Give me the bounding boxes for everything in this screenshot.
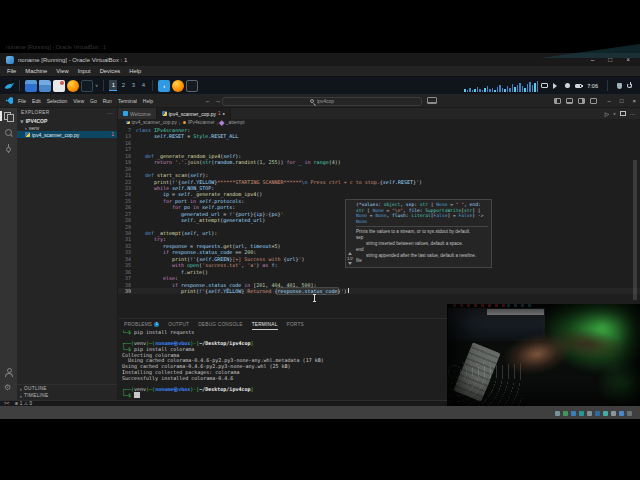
- panel-tab-ports[interactable]: PORTS: [287, 319, 304, 330]
- layout-control-icon[interactable]: [427, 97, 437, 104]
- graph-bar: [514, 87, 516, 92]
- toggle-secondary-sidebar-icon[interactable]: [578, 98, 585, 104]
- account-button[interactable]: [0, 364, 17, 380]
- activity-explorer-button[interactable]: [0, 108, 17, 124]
- text-editor-icon[interactable]: [53, 80, 65, 92]
- launcher-dropdown-caret-icon[interactable]: ∨: [95, 83, 98, 88]
- vbox-status-icon[interactable]: [627, 411, 632, 416]
- panel-tab-terminal[interactable]: TERMINAL: [252, 319, 278, 330]
- folder-icon[interactable]: [39, 80, 51, 92]
- run-python-file-icon[interactable]: ▷: [605, 111, 609, 117]
- code-token: =: [169, 191, 178, 197]
- tab-ipv4-scanner-cop-py[interactable]: ipv4_scanner_cop.py1●: [157, 108, 231, 119]
- network-activity-graph: [464, 80, 536, 92]
- workspace-2[interactable]: 2: [119, 80, 127, 91]
- vscode-taskbar-icon[interactable]: ‹: [158, 80, 170, 92]
- panel-tab-problems[interactable]: PROBLEMS1: [124, 319, 159, 330]
- vbox-status-icon[interactable]: [595, 411, 600, 416]
- vscode-restore-button[interactable]: □: [620, 98, 624, 104]
- toggle-panel-icon[interactable]: [566, 98, 573, 104]
- graph-bar: [482, 90, 484, 92]
- section-timeline[interactable]: ›TIMELINE: [17, 392, 117, 399]
- shield-icon[interactable]: [617, 83, 622, 89]
- run-dropdown-caret-icon[interactable]: ∨: [613, 111, 616, 116]
- clock[interactable]: 7:06: [587, 83, 598, 89]
- notifications-bell-icon[interactable]: [565, 83, 570, 88]
- code-token: url: [286, 256, 295, 262]
- vscode-menu-help[interactable]: Help: [143, 98, 153, 104]
- pager-down-icon[interactable]: [348, 262, 352, 265]
- vscode-menu-run[interactable]: Run: [103, 98, 112, 104]
- power-icon[interactable]: [627, 83, 632, 88]
- code-token: =: [220, 211, 229, 217]
- activity-source-control-button[interactable]: [0, 140, 17, 156]
- toggle-sidebar-icon[interactable]: [554, 98, 561, 104]
- workspace-4[interactable]: 4: [139, 80, 147, 91]
- firefox-taskbar-icon[interactable]: [172, 80, 184, 92]
- explorer-more-actions-icon[interactable]: ···: [107, 110, 113, 116]
- vbox-menu-input[interactable]: Input: [78, 68, 91, 74]
- command-center[interactable]: ipv4cop: [222, 97, 422, 106]
- more-actions-icon[interactable]: ···: [630, 111, 635, 117]
- signature-token: sep: [406, 202, 414, 207]
- panel-tab-output[interactable]: OUTPUT: [168, 319, 189, 330]
- vbox-menu-view[interactable]: View: [56, 68, 68, 74]
- graph-bar: [472, 90, 474, 92]
- kali-logo-icon[interactable]: [4, 80, 15, 91]
- section-outline[interactable]: ›OUTLINE: [17, 385, 117, 392]
- vscode-menu-edit[interactable]: Edit: [32, 98, 41, 104]
- vbox-status-icon[interactable]: [563, 411, 568, 416]
- workspace-1[interactable]: 1: [109, 80, 117, 91]
- graph-bar: [502, 88, 504, 92]
- terminal-launcher-icon[interactable]: [81, 80, 93, 92]
- vscode-menu-view[interactable]: View: [73, 98, 84, 104]
- customize-layout-icon[interactable]: [590, 98, 597, 104]
- explorer-item-ipv4-scanner-cop-py[interactable]: ipv4_scanner_cop.py1: [17, 131, 117, 138]
- vbox-status-icon[interactable]: [619, 411, 624, 416]
- pager-up-icon[interactable]: [348, 252, 352, 255]
- vbox-menu-machine[interactable]: Machine: [25, 68, 47, 74]
- battery-icon[interactable]: [575, 84, 582, 88]
- display-icon[interactable]: [541, 83, 548, 88]
- nav-back-icon[interactable]: ←: [205, 98, 211, 104]
- vscode-menu-go[interactable]: Go: [90, 98, 97, 104]
- code-token: self: [202, 204, 214, 210]
- explorer-item-venv[interactable]: ›venv: [17, 124, 117, 131]
- split-editor-icon[interactable]: [620, 111, 626, 116]
- code-token: url: [202, 230, 211, 236]
- breadcrumb-item[interactable]: IPv4scanner: [188, 120, 215, 125]
- vbox-status-icon[interactable]: [587, 411, 592, 416]
- tab-welcome[interactable]: Welcome: [118, 108, 157, 119]
- breadcrumb-item[interactable]: ipv4_scanner_cop.py: [132, 120, 177, 125]
- workspace-3[interactable]: 3: [129, 80, 137, 91]
- vscode-close-button[interactable]: ×: [632, 98, 636, 104]
- vbox-status-icon[interactable]: [555, 411, 560, 416]
- vscode-menu-selection[interactable]: Selection: [47, 98, 68, 104]
- screen-app-icon[interactable]: [186, 80, 198, 92]
- vbox-menu-file[interactable]: File: [7, 68, 16, 74]
- vscode-menu-file[interactable]: File: [18, 98, 26, 104]
- breadcrumb-item[interactable]: _attempt: [226, 120, 245, 125]
- volume-icon[interactable]: [553, 83, 560, 89]
- graph-bar: [537, 81, 539, 92]
- code-token: :: [253, 249, 256, 255]
- vbox-status-icon[interactable]: [579, 411, 584, 416]
- editor-scrollbar[interactable]: [633, 160, 637, 300]
- firefox-icon[interactable]: [67, 80, 79, 92]
- mouse-text-cursor: [314, 295, 315, 301]
- vbox-menu-help[interactable]: Help: [129, 68, 141, 74]
- workspace-switcher: 1234: [108, 80, 148, 91]
- activity-search-button[interactable]: [0, 124, 17, 140]
- explorer-root-folder[interactable]: ∨ IPV4COP: [17, 117, 117, 124]
- panel-tab-debug-console[interactable]: DEBUG CONSOLE: [198, 319, 242, 330]
- vbox-status-icon[interactable]: [571, 411, 576, 416]
- vscode-menu-terminal[interactable]: Terminal: [118, 98, 137, 104]
- nav-forward-icon[interactable]: →: [215, 98, 221, 104]
- code-token: for: [287, 159, 296, 165]
- vbox-menu-devices[interactable]: Devices: [100, 68, 121, 74]
- vscode-minimize-button[interactable]: –: [608, 98, 611, 104]
- vbox-status-icon[interactable]: [603, 411, 608, 416]
- settings-button[interactable]: [0, 380, 17, 396]
- vbox-status-icon[interactable]: [611, 411, 616, 416]
- file-manager-icon[interactable]: [25, 80, 37, 92]
